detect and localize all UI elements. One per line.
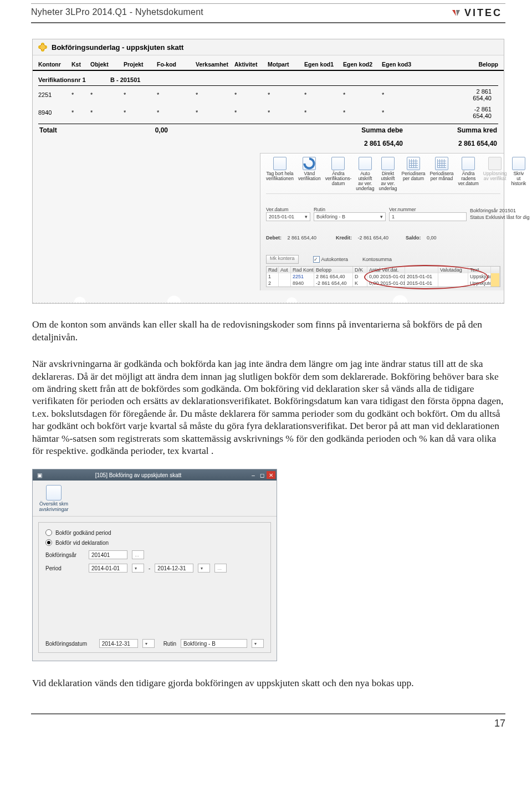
- window-title: Bokföringsunderlag - uppskjuten skatt: [33, 39, 504, 55]
- checkbox-icon: ✓: [313, 256, 320, 263]
- document-title: Nyheter 3LPro 2014.Q1 - Nyhetsdokument: [31, 7, 203, 17]
- period-more[interactable]: …: [214, 564, 227, 573]
- tool-dissolve: Upplösning av verifikat: [483, 157, 507, 191]
- label-vernummer: Ver.nummer: [389, 207, 416, 212]
- label-rutin: Rutin: [314, 207, 325, 212]
- autokontera-check[interactable]: ✓Autokontera: [313, 256, 349, 263]
- totals-row: Totalt 0,00 Summa debe Summa kred: [33, 124, 504, 140]
- dropdown-bokforingsar[interactable]: …: [132, 550, 144, 559]
- window-title-text: Bokföringsunderlag - uppskjuten skatt: [52, 43, 183, 52]
- field-bokforingsdatum[interactable]: 2014-12-31: [99, 639, 138, 648]
- tool-period-date[interactable]: Periodisera per datum: [402, 157, 426, 191]
- radio-icon: [45, 539, 52, 546]
- radio-icon: [45, 529, 52, 536]
- table-row[interactable]: 1 2251 2 861 654,40D0,00 2015-01-01 2015…: [267, 273, 500, 280]
- screenshot-bokforing-dialog: ▣ [105] Bokföring av uppskjuten skatt – …: [32, 469, 277, 661]
- field-rutin[interactable]: Bokföring - B▾: [314, 212, 386, 221]
- overview-icon: [46, 485, 62, 500]
- tool-overview[interactable]: Översikt skm avskrivningar: [38, 485, 69, 513]
- tool-direct-print[interactable]: Direkt utskrift av ver. underlag: [378, 157, 397, 191]
- kontosumma-label: Kontosumma: [362, 257, 392, 262]
- paragraph-1: Om de konton som används kan eller skall…: [32, 318, 504, 343]
- dialog-titlebar: ▣ [105] Bokföring av uppskjuten skatt – …: [33, 469, 277, 481]
- field-period-to[interactable]: 2014-12-31: [155, 564, 193, 573]
- paragraph-3: Vid deklaration vänds den tidigare gjord…: [32, 677, 504, 689]
- columns-header: KontonrKstObjekt ProjektFo-kodVerksamhet…: [33, 55, 504, 71]
- tool-change-date[interactable]: Ändra verifikations-datum: [325, 157, 352, 191]
- tool-delete[interactable]: Tag bort hela verifikationen: [266, 157, 294, 191]
- balance-row: Debet: 2 861 654,40 Kredit: -2 861 654,4…: [266, 233, 500, 266]
- row-period: Period 2014-01-01 ▾ - 2014-12-31 ▾ …: [45, 564, 264, 573]
- verifikation-line: Verifikationsnr 1 B - 201501: [33, 71, 504, 83]
- table-row: 8940** *** *** ** -2 861 654,40: [33, 104, 504, 121]
- label-verdatum: Ver.datum: [266, 207, 289, 212]
- page-number: 17: [31, 718, 505, 733]
- minimize-button[interactable]: –: [249, 471, 258, 479]
- document-header: Nyheter 3LPro 2014.Q1 - Nyhetsdokument V…: [31, 4, 505, 21]
- flower-icon: [38, 43, 47, 52]
- radio-godkand[interactable]: Bokför godkänd period: [45, 529, 264, 536]
- row-bokforingsdatum: Bokföringsdatum 2014-12-31 ▾ Rutin Bokfö…: [45, 639, 264, 648]
- dropdown-period-to[interactable]: ▾: [198, 564, 210, 573]
- field-vernummer[interactable]: 1: [389, 212, 467, 221]
- paragraph-2: När avskrivningarna är godkända och bokf…: [32, 357, 504, 457]
- entries-grid: RadAutRad Konto BeloppD/KAntal Ver.dat. …: [266, 266, 500, 287]
- brand-mark-icon: [451, 8, 461, 18]
- tool-period-month[interactable]: Periodisera per månad: [430, 157, 454, 191]
- toolbar: Tag bort hela verifikationen Vänd verifi…: [266, 157, 500, 194]
- dialog-title: [105] Bokföring av uppskjuten skatt: [28, 472, 249, 478]
- totals-values: 2 861 654,40 2 861 654,40: [33, 140, 504, 153]
- row-bokforingsar: Bokföringsår 201401 …: [45, 550, 264, 559]
- verification-toolbar-pane: Tag bort hela verifikationen Vänd verifi…: [260, 153, 504, 290]
- brand: VITEC: [451, 7, 505, 19]
- field-period-from[interactable]: 2014-01-01: [89, 564, 127, 573]
- dropdown-period-from[interactable]: ▾: [132, 564, 144, 573]
- tool-change-row-date[interactable]: Ändra radens ver.datum: [458, 157, 479, 191]
- dropdown-rutin[interactable]: ▾: [252, 639, 264, 648]
- screenshot-bokforingsunderlag: Bokföringsunderlag - uppskjuten skatt Ko…: [32, 39, 504, 304]
- field-rutin[interactable]: Bokföring - B: [181, 639, 247, 648]
- dropdown-bokforingsdatum[interactable]: ▾: [142, 639, 155, 648]
- tool-auto-print[interactable]: Auto utskrift av ver. underlag: [356, 157, 374, 191]
- brand-name: VITEC: [464, 7, 502, 19]
- meta-row: Ver.datum 2015-01-01▾ Rutin Bokföring - …: [266, 194, 500, 233]
- field-verdatum[interactable]: 2015-01-01▾: [266, 212, 310, 221]
- mk-kontera-button[interactable]: Mk kontera: [266, 255, 299, 264]
- table-row[interactable]: 28940 -2 861 654,40K0,00 2015-01-01 2015…: [267, 280, 500, 287]
- maximize-button[interactable]: ◻: [258, 471, 267, 479]
- field-bokforingsar[interactable]: 201401: [89, 550, 127, 559]
- close-button[interactable]: ✕: [267, 471, 275, 479]
- status-col: Bokföringsår 201501 Status Exklusivt lås…: [470, 207, 532, 221]
- table-row: 2251** *** *** ** 2 861 654,40: [33, 86, 504, 104]
- radio-deklaration[interactable]: Bokför vid deklaration: [45, 539, 264, 546]
- torn-edge-decoration: [33, 290, 504, 303]
- tool-reverse[interactable]: Vänd verifikation: [298, 157, 321, 191]
- tool-print-history[interactable]: Skriv ut historik: [511, 157, 526, 191]
